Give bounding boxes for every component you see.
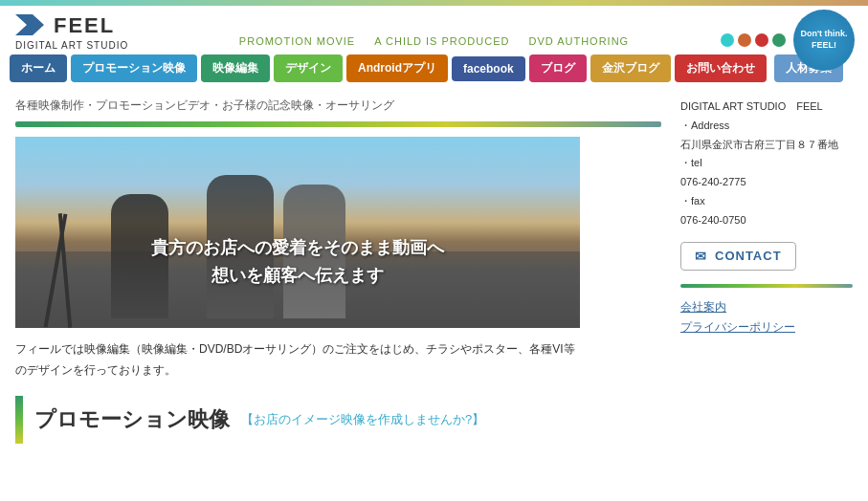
nav-btn-home[interactable]: ホーム: [10, 54, 67, 82]
nav-btn-promo[interactable]: プロモーション映像: [71, 54, 197, 82]
nav-btn-android[interactable]: Androidアプリ: [346, 54, 448, 82]
header: FEEL DIGITAL ART STUDIO PROMOTION MOVIE …: [0, 6, 868, 54]
nav-link-child-produced[interactable]: A CHILD IS PRODUCED: [374, 35, 509, 47]
dot-3: [755, 33, 768, 47]
sidebar-tel: 076-240-2775: [680, 173, 853, 192]
contact-button[interactable]: ✉ CONTACT: [680, 242, 796, 271]
hero-image: 貴方のお店への愛着をそのまま動画へ 想いを顧客へ伝えます: [15, 137, 580, 328]
promo-title: プロモーション映像: [34, 405, 230, 434]
nav-btn-video-edit[interactable]: 映像編集: [201, 54, 270, 82]
dot-2: [738, 33, 751, 47]
nav-link-dvd-authoring[interactable]: DVD AUTHORING: [528, 35, 629, 47]
dont-think-badge: Don't think. FEEL!: [793, 10, 855, 71]
sidebar-link-company-guide[interactable]: 会社案内: [680, 299, 853, 316]
sidebar-color-bar: [680, 284, 853, 288]
main-content: 各種映像制作・プロモーションビデオ・お子様の記念映像・オーサリング 貴方のお店へ…: [15, 98, 661, 444]
contact-label: CONTACT: [715, 249, 782, 263]
nav-btn-contact[interactable]: お問い合わせ: [675, 54, 767, 82]
color-dots: [721, 33, 786, 47]
sidebar: DIGITAL ART STUDIO FEEL ・Address 石川県金沢市古…: [661, 98, 853, 444]
sidebar-tel-label: ・tel: [680, 154, 853, 173]
nav-btn-blog[interactable]: ブログ: [529, 54, 587, 82]
logo-subtitle: DIGITAL ART STUDIO: [15, 40, 128, 51]
svg-marker-0: [15, 14, 44, 35]
sidebar-fax: 076-240-0750: [680, 211, 853, 230]
promo-bar: [15, 396, 23, 444]
dot-1: [721, 33, 734, 47]
sidebar-fax-label: ・fax: [680, 192, 853, 211]
hero-overlay: 貴方のお店への愛着をそのまま動画へ 想いを顧客へ伝えます: [15, 234, 580, 290]
sidebar-link-privacy[interactable]: プライバシーポリシー: [680, 319, 853, 336]
nav-btn-kanazawa-blog[interactable]: 金沢ブログ: [590, 54, 671, 82]
promo-section: プロモーション映像 【お店のイメージ映像を作成しませんか?】: [15, 396, 661, 444]
nav-menu: ホーム プロモーション映像 映像編集 デザイン Androidアプリ faceb…: [0, 54, 868, 88]
sidebar-address: 石川県金沢市古府三丁目８７番地: [680, 136, 853, 155]
logo-icon: [15, 14, 44, 38]
sidebar-company-name: DIGITAL ART STUDIO FEEL: [680, 98, 853, 117]
sub-headline: 各種映像制作・プロモーションビデオ・お子様の記念映像・オーサリング: [15, 98, 661, 114]
dot-4: [772, 33, 786, 47]
color-bar-top: [15, 121, 661, 127]
promo-subtitle: 【お店のイメージ映像を作成しませんか?】: [241, 411, 484, 428]
nav-btn-design[interactable]: デザイン: [274, 54, 343, 82]
desc-text: フィールでは映像編集（映像編集・DVD/BDオーサリング）のご注文をはじめ、チラ…: [15, 339, 661, 381]
content-wrapper: 各種映像制作・プロモーションビデオ・お子様の記念映像・オーサリング 貴方のお店へ…: [0, 88, 868, 453]
sidebar-address-label: ・Address: [680, 117, 853, 136]
envelope-icon: ✉: [695, 249, 707, 264]
logo-name: FEEL: [54, 13, 115, 38]
nav-btn-facebook[interactable]: facebook: [452, 56, 525, 81]
nav-link-promo-movie[interactable]: PROMOTION MOVIE: [239, 35, 355, 47]
logo-area: FEEL DIGITAL ART STUDIO: [15, 13, 128, 51]
header-nav-links: PROMOTION MOVIE A CHILD IS PRODUCED DVD …: [239, 35, 629, 47]
sidebar-company-info: DIGITAL ART STUDIO FEEL ・Address 石川県金沢市古…: [680, 98, 853, 230]
